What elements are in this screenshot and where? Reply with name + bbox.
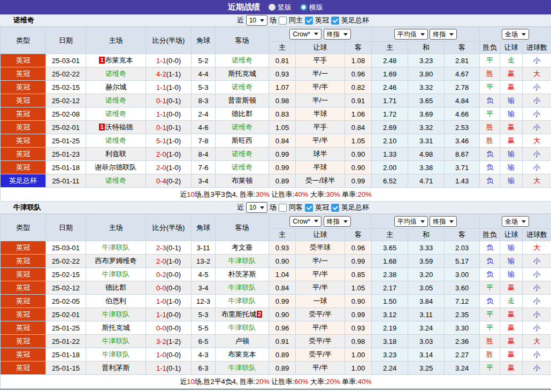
away-team-link[interactable]: 诺维奇 (232, 123, 252, 131)
handicap-odds-cell: 半/一 (296, 94, 345, 107)
handicap-odds-cell: 0.90 (345, 148, 372, 161)
home-team-link[interactable]: 伯恩利 (105, 297, 126, 305)
horizontal-layout-label[interactable]: 横版 (309, 3, 323, 12)
team-name[interactable]: 诺维奇 (0, 16, 34, 25)
summary-segment: 大率: (308, 190, 326, 198)
home-team-link[interactable]: 诺维奇 (105, 96, 126, 104)
home-cell: 诺维奇 (86, 174, 146, 188)
away-team-link[interactable]: 普雷斯顿 (228, 96, 256, 104)
away-cell: 朴茨茅斯 (216, 268, 269, 281)
home-team-link[interactable]: 牛津联队 (102, 310, 130, 318)
avg-source-select[interactable]: 平均值 (394, 29, 428, 40)
league-facup-checkbox[interactable] (331, 204, 339, 212)
away-team-link[interactable]: 布莱克本 (228, 350, 256, 358)
horizontal-layout-radio[interactable]: 横版 (300, 3, 323, 12)
away-team-link[interactable]: 斯托克城 (228, 70, 256, 78)
col-odds-home: 主 (269, 229, 296, 241)
handicap-odds-cell: 1.05 (345, 281, 372, 295)
away-team-link[interactable]: 朴茨茅斯 (228, 270, 256, 278)
radio-selected-icon[interactable] (269, 4, 276, 11)
home-team-link[interactable]: 谢菲尔德联队 (95, 163, 137, 171)
away-team-link[interactable]: 牛津联队 (228, 257, 256, 265)
away-team-link[interactable]: 布里斯托城 (221, 310, 256, 318)
odds-source-select[interactable]: Crow* (289, 216, 322, 227)
league-championship-checkbox[interactable] (305, 204, 313, 212)
home-team-link[interactable]: 布莱克本 (105, 56, 133, 64)
home-team-link[interactable]: 德比郡 (105, 283, 126, 291)
home-team-link[interactable]: 斯托克城 (102, 324, 130, 332)
home-team-link[interactable]: 沃特福德 (105, 123, 133, 131)
avg-odds-cell: 2.24 (372, 362, 408, 375)
team-name[interactable]: 牛津联队 (0, 203, 41, 212)
league-championship-label[interactable]: 英冠 (315, 16, 329, 25)
league-facup-label[interactable]: 英足总杯 (341, 203, 369, 212)
odds-final-select[interactable]: 终指 (324, 216, 351, 227)
score-cell: 1-1(0-0) (146, 308, 192, 321)
games-count-select[interactable]: 10 (246, 15, 267, 26)
avg-final-select[interactable]: 终指 (430, 29, 457, 40)
same-venue-checkbox[interactable] (279, 17, 287, 25)
handicap-odds-cell: 受平/半 (296, 348, 345, 362)
home-team-link[interactable]: 普利茅斯 (102, 364, 130, 372)
league-championship-label[interactable]: 英冠 (315, 203, 329, 212)
league-championship-checkbox[interactable] (305, 17, 313, 25)
away-team-link[interactable]: 牛津联队 (228, 364, 256, 372)
away-team-link[interactable]: 布莱顿 (232, 176, 252, 185)
away-team-link[interactable]: 牛津联队 (228, 324, 256, 332)
home-team-link[interactable]: 诺维奇 (105, 110, 126, 118)
games-count-select[interactable]: 10 (246, 202, 267, 213)
away-team-link[interactable]: 诺维奇 (232, 56, 252, 64)
home-team-link[interactable]: 诺维奇 (105, 70, 126, 78)
away-cell: 布莱克本 (216, 348, 269, 362)
avg-odds-cell: 1.33 (372, 148, 408, 161)
away-team-link[interactable]: 考文垂 (232, 243, 252, 251)
results-table: 类型 日期 主场 比分(半场) 角球 客场 Crow* 终指 平均值 终指 (0, 27, 551, 202)
same-venue-label[interactable]: 同客 (289, 203, 303, 212)
away-team-link[interactable]: 诺维奇 (232, 150, 252, 158)
result-cell: 输 (500, 148, 523, 161)
scope-select[interactable]: 全场 (502, 29, 529, 40)
home-team-link[interactable]: 牛津联队 (102, 337, 130, 345)
same-venue-label[interactable]: 同主 (289, 16, 303, 25)
away-team-link[interactable]: 德比郡 (232, 110, 252, 118)
league-facup-checkbox[interactable] (331, 17, 339, 25)
odds-final-select[interactable]: 终指 (324, 29, 351, 40)
corner-cell: 13-2 (192, 255, 216, 268)
handicap-odds-cell: 0.91 (345, 94, 372, 107)
avg-odds-cell: 3.46 (445, 134, 480, 148)
away-team-link[interactable]: 诺维奇 (232, 163, 252, 171)
col-corner: 角球 (192, 214, 216, 241)
home-team-link[interactable]: 西布罗姆维奇 (95, 257, 137, 265)
home-team-link[interactable]: 牛津联队 (102, 243, 130, 251)
result-cell: 赢 (500, 281, 523, 295)
home-team-link[interactable]: 利兹联 (105, 150, 126, 158)
home-team-link[interactable]: 牛津联队 (102, 270, 130, 278)
summary-segment: 40% (294, 190, 308, 198)
same-venue-checkbox[interactable] (279, 204, 287, 212)
home-team-link[interactable]: 牛津联队 (102, 350, 130, 358)
home-cell: 牛津联队 (86, 308, 146, 321)
away-team-link[interactable]: 牛津联队 (228, 297, 256, 305)
rank-badge: 1 (99, 124, 104, 130)
home-team-link[interactable]: 赫尔城 (105, 83, 126, 91)
away-team-link[interactable]: 斯旺西 (232, 136, 252, 144)
league-facup-label[interactable]: 英足总杯 (341, 16, 369, 25)
odds-source-select[interactable]: Crow* (289, 29, 322, 40)
home-team-link[interactable]: 诺维奇 (105, 176, 126, 185)
away-team-link[interactable]: 牛津联队 (228, 283, 256, 291)
scope-select[interactable]: 全场 (502, 216, 529, 227)
corner-cell: 12-3 (192, 295, 216, 308)
radio-unselected-icon[interactable] (300, 4, 307, 11)
away-team-link[interactable]: 诺维奇 (232, 83, 252, 91)
avg-source-select[interactable]: 平均值 (394, 216, 428, 227)
vertical-layout-radio[interactable]: 竖版 (269, 3, 292, 12)
col-type: 类型 (1, 214, 46, 241)
avg-final-select[interactable]: 终指 (430, 216, 457, 227)
result-cell: 胜 (480, 121, 500, 134)
vertical-layout-label[interactable]: 竖版 (278, 3, 292, 12)
handicap-odds-cell: 半/一 (296, 255, 345, 268)
score-cell: 0-1(0-1) (146, 94, 192, 107)
home-team-link[interactable]: 诺维奇 (105, 136, 126, 144)
away-team-link[interactable]: 卢顿 (235, 337, 249, 345)
handicap-odds-cell: 0.89 (269, 362, 296, 375)
